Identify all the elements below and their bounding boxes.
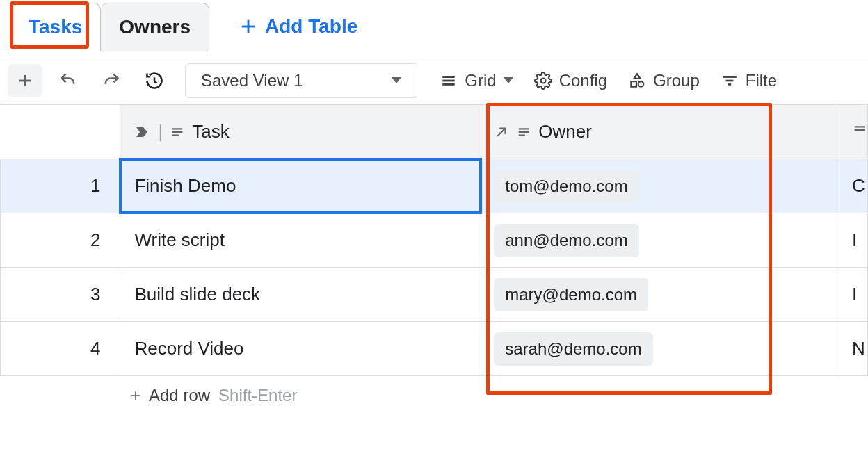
cell-owner[interactable]: mary@demo.com (481, 268, 839, 322)
filter-button[interactable]: Filte (715, 64, 782, 97)
add-table-button[interactable]: Add Table (225, 3, 371, 50)
tag-icon (134, 124, 151, 140)
grid-dropdown[interactable]: Grid (434, 64, 518, 97)
add-row-button[interactable]: + Add row Shift-Enter (0, 376, 868, 405)
cell-task[interactable]: Record Video (120, 322, 481, 376)
arrow-upright-icon (494, 124, 509, 140)
table-row[interactable]: 3 Build slide deck mary@demo.com I (1, 268, 868, 322)
owner-chip: mary@demo.com (494, 278, 648, 311)
task-header-label: Task (192, 121, 229, 143)
tab-tasks[interactable]: Tasks (10, 3, 101, 52)
row-number: 4 (1, 322, 120, 376)
plus-icon (15, 71, 35, 90)
filter-icon (721, 72, 739, 90)
view-dropdown[interactable]: Saved View 1 (185, 63, 417, 98)
svg-line-18 (498, 128, 506, 136)
filter-label: Filte (746, 71, 777, 90)
header-owner[interactable]: Owner (481, 105, 839, 159)
config-button[interactable]: Config (529, 64, 613, 97)
group-button[interactable]: Group (622, 64, 705, 97)
owner-chip: ann@demo.com (494, 224, 638, 257)
tabs-row: Tasks Owners Add Table (0, 0, 868, 56)
toolbar: Saved View 1 Grid Config Group Filte (0, 56, 868, 104)
cell-task[interactable]: Build slide deck (120, 268, 481, 322)
gear-icon (534, 72, 552, 90)
grid-container: | Task Owner 1 Finish Demo (0, 104, 868, 405)
add-row-hint: Shift-Enter (218, 386, 297, 405)
table-row[interactable]: 2 Write script ann@demo.com I (1, 213, 868, 268)
tab-owners[interactable]: Owners (101, 3, 209, 51)
row-number: 1 (1, 159, 120, 213)
add-button[interactable] (8, 64, 42, 97)
redo-icon (102, 71, 121, 90)
group-label: Group (653, 71, 700, 90)
header-extra[interactable] (839, 105, 867, 159)
row-number: 2 (1, 213, 120, 268)
owner-chip: sarah@demo.com (494, 332, 652, 366)
plus-icon: + (131, 386, 140, 405)
undo-icon (58, 71, 78, 90)
table-row[interactable]: 1 Finish Demo tom@demo.com C (1, 159, 868, 213)
cell-owner[interactable]: tom@demo.com (481, 159, 839, 213)
cell-extra[interactable]: I (839, 213, 867, 268)
owner-header-label: Owner (538, 121, 592, 143)
group-icon (628, 72, 646, 90)
history-icon (145, 71, 164, 90)
undo-button[interactable] (51, 64, 85, 97)
list-icon (440, 72, 458, 90)
svg-point-11 (638, 81, 644, 87)
cell-task[interactable]: Write script (120, 213, 481, 268)
cell-extra[interactable]: N (839, 322, 867, 376)
cell-task[interactable]: Finish Demo (120, 159, 481, 213)
svg-line-5 (154, 81, 157, 83)
plus-icon (239, 17, 258, 36)
text-icon (852, 122, 867, 138)
svg-rect-10 (631, 81, 636, 87)
task-text: Finish Demo (134, 175, 236, 196)
text-icon (170, 124, 185, 140)
svg-point-9 (540, 78, 545, 83)
chevron-down-icon (392, 77, 401, 83)
cell-extra[interactable]: C (839, 159, 867, 213)
table-row[interactable]: 4 Record Video sarah@demo.com N (1, 322, 868, 376)
text-icon (516, 124, 531, 140)
add-table-label: Add Table (265, 15, 357, 38)
owner-chip: tom@demo.com (494, 170, 638, 203)
redo-button[interactable] (95, 64, 128, 97)
cell-owner[interactable]: sarah@demo.com (481, 322, 839, 376)
cell-extra[interactable]: I (839, 268, 867, 322)
data-table: | Task Owner 1 Finish Demo (0, 104, 868, 376)
view-label: Saved View 1 (201, 71, 303, 90)
chevron-down-icon (504, 77, 513, 83)
row-number: 3 (1, 268, 120, 322)
grid-label: Grid (465, 71, 496, 90)
cell-owner[interactable]: ann@demo.com (481, 213, 839, 268)
header-rownum[interactable] (1, 105, 120, 159)
config-label: Config (559, 71, 607, 90)
add-row-label: Add row (149, 386, 210, 405)
header-task[interactable]: | Task (120, 105, 481, 159)
history-button[interactable] (138, 64, 171, 97)
